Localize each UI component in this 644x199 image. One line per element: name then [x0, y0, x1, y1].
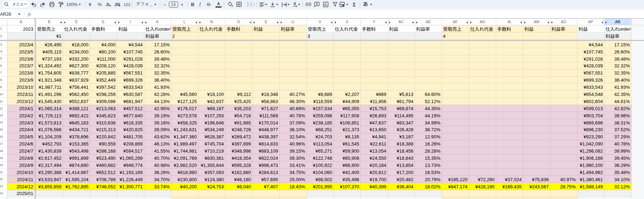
svg-text:A: A	[294, 2, 296, 6]
